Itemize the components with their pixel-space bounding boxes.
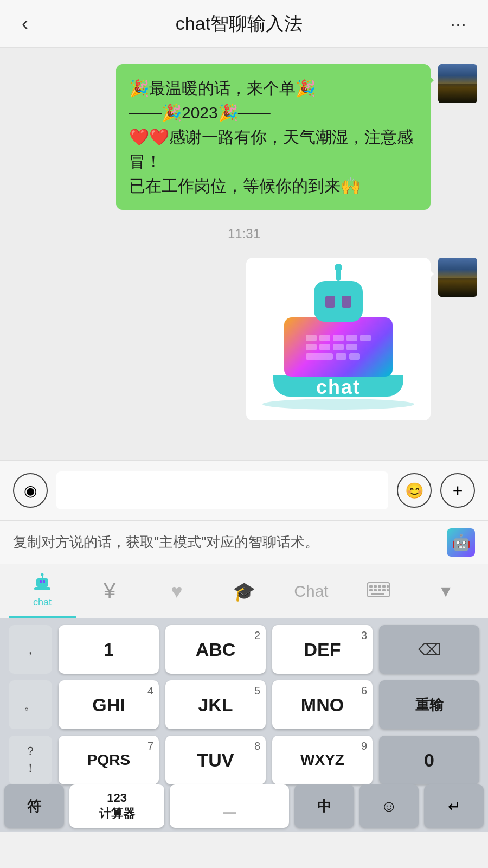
key-zh[interactable]: 中 — [294, 784, 354, 828]
key-def-main: DEF — [304, 639, 341, 660]
kb-row-area-1: ， 1 2 ABC 3 DEF ⌫ — [4, 625, 484, 674]
key-qmark-excl[interactable]: ？！ — [9, 736, 52, 784]
key-jkl[interactable]: 5 JKL — [165, 680, 266, 729]
kb-left-col-3: ？！ — [9, 736, 52, 784]
kb-row-area-3: ？！ 7 PQRS 8 TUV 9 WXYZ 0 — [4, 736, 484, 784]
key-mno[interactable]: 6 MNO — [272, 680, 373, 729]
avatar-2 — [438, 258, 477, 297]
svg-rect-0 — [36, 578, 48, 587]
svg-rect-5 — [34, 587, 50, 590]
chat-sticker: chat — [257, 269, 420, 410]
key-chongru[interactable]: 重输 — [379, 680, 479, 729]
key-abc-num: 2 — [254, 629, 260, 642]
hint-bar: 复制对方说的话，获取"主模式"对应的智聊话术。 🤖 — [0, 521, 488, 564]
svg-rect-15 — [382, 589, 386, 591]
toolbar-item-collapse[interactable]: ▼ — [412, 564, 479, 618]
kb-left-col-1: ， — [9, 625, 52, 674]
key-1[interactable]: 1 — [59, 625, 159, 674]
svg-rect-13 — [374, 589, 377, 591]
timestamp-1: 11:31 — [11, 226, 477, 241]
key-abc[interactable]: 2 ABC — [165, 625, 266, 674]
key-comma-symbol: ， — [24, 641, 37, 658]
toolbar-item-chat[interactable]: chat — [9, 564, 76, 618]
key-tuv[interactable]: 8 TUV — [165, 736, 266, 784]
key-wxyz-main: WXYZ — [300, 751, 344, 769]
key-0[interactable]: 0 — [379, 736, 479, 784]
toolbar-item-chat-text[interactable]: Chat — [278, 564, 345, 618]
toolbar-edu-icon: 🎓 — [233, 580, 255, 602]
key-fu-label: 符 — [27, 797, 41, 816]
key-def-num: 3 — [361, 629, 367, 642]
key-jkl-main: JKL — [198, 694, 233, 716]
kb-key — [336, 353, 346, 360]
return-icon: ↵ — [448, 797, 460, 815]
key-ghi[interactable]: 4 GHI — [59, 680, 159, 729]
toolbar-item-heart[interactable]: ♥ — [143, 564, 210, 618]
emoji-button[interactable]: 😊 — [397, 473, 432, 508]
svg-point-4 — [41, 573, 44, 576]
robot-head — [314, 281, 363, 322]
svg-rect-2 — [43, 580, 45, 583]
robot-base: chat — [273, 375, 403, 397]
input-bar: ◉ 😊 + — [0, 460, 488, 521]
more-button[interactable]: ··· — [445, 7, 472, 41]
svg-rect-11 — [387, 585, 389, 588]
voice-icon: ◉ — [24, 482, 37, 500]
kb-key-wide — [306, 353, 333, 360]
key-space[interactable]: ＿ — [170, 784, 288, 828]
toolbar-item-keyboard[interactable] — [345, 564, 412, 618]
key-period[interactable]: 。 — [9, 680, 52, 729]
key-comma[interactable]: ， — [9, 625, 52, 674]
kb-right-grid-2: 4 GHI 5 JKL 6 MNO 重输 — [59, 680, 479, 729]
emoji-icon: 😊 — [405, 482, 424, 500]
svg-rect-9 — [378, 585, 381, 588]
add-button[interactable]: + — [440, 473, 475, 508]
key-123-label: 123计算器 — [99, 790, 135, 821]
key-fu[interactable]: 符 — [4, 784, 64, 828]
svg-rect-8 — [374, 585, 377, 588]
key-zh-label: 中 — [317, 797, 331, 816]
key-jkl-num: 5 — [254, 685, 260, 697]
header: ‹ chat智聊输入法 ··· — [0, 0, 488, 48]
key-123-calc[interactable]: 123计算器 — [69, 784, 165, 828]
voice-button[interactable]: ◉ — [13, 473, 48, 508]
kb-key — [306, 344, 317, 350]
back-button[interactable]: ‹ — [16, 7, 34, 41]
kb-key — [333, 335, 344, 341]
key-0-main: 0 — [424, 750, 434, 771]
svg-rect-16 — [387, 589, 389, 591]
key-delete[interactable]: ⌫ — [379, 625, 479, 674]
toolbar-item-money[interactable]: ¥ — [76, 564, 143, 618]
key-wxyz[interactable]: 9 WXYZ — [272, 736, 373, 784]
key-emoji-bottom-label: ☺ — [381, 797, 397, 815]
toolbar-collapse-icon: ▼ — [438, 582, 454, 601]
toolbar-chat-text-icon: Chat — [294, 582, 328, 601]
key-def[interactable]: 3 DEF — [272, 625, 373, 674]
kb-key — [333, 344, 344, 350]
kb-right-grid-3: 7 PQRS 8 TUV 9 WXYZ 0 — [59, 736, 479, 784]
robot-base-text: chat — [316, 376, 361, 399]
toolbar-row: chat ¥ ♥ 🎓 Chat — [0, 564, 488, 618]
robot-antenna — [336, 269, 341, 281]
avatar-1 — [438, 64, 477, 103]
kb-key — [360, 335, 371, 341]
message-input[interactable] — [56, 471, 388, 509]
robot-eye-left — [325, 296, 335, 308]
kb-left-col-2: 。 — [9, 680, 52, 729]
key-abc-main: ABC — [196, 639, 236, 660]
key-tuv-main: TUV — [197, 750, 234, 771]
delete-icon: ⌫ — [418, 640, 441, 659]
key-pqrs-main: PQRS — [87, 751, 130, 769]
key-mno-main: MNO — [301, 694, 344, 716]
svg-rect-12 — [369, 589, 373, 591]
key-return[interactable]: ↵ — [424, 784, 484, 828]
svg-rect-10 — [382, 585, 386, 588]
key-tuv-num: 8 — [254, 740, 260, 752]
key-ghi-num: 4 — [147, 685, 153, 697]
keyboard: ， 1 2 ABC 3 DEF ⌫ 。 — [0, 618, 488, 784]
key-emoji-bottom[interactable]: ☺ — [359, 784, 419, 828]
toolbar-chat-label: chat — [33, 597, 52, 608]
toolbar-item-edu[interactable]: 🎓 — [210, 564, 278, 618]
key-pqrs[interactable]: 7 PQRS — [59, 736, 159, 784]
key-ghi-main: GHI — [92, 694, 125, 716]
